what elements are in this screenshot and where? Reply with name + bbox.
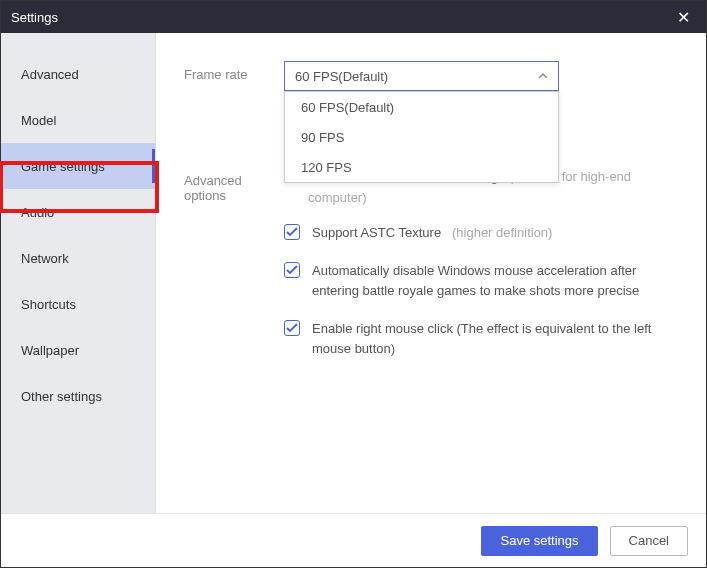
sidebar-item-audio[interactable]: Audio: [1, 189, 155, 235]
check-mouse-accel-text: Automatically disable Windows mouse acce…: [312, 261, 678, 301]
sidebar-item-label: Model: [21, 113, 56, 128]
chevron-up-icon: [538, 73, 548, 79]
dropdown-option-120fps[interactable]: 120 FPS: [285, 152, 558, 182]
frame-rate-selected: 60 FPS(Default): [295, 69, 388, 84]
close-icon[interactable]: ✕: [671, 8, 696, 27]
frame-rate-row: Frame rate 60 FPS(Default) 60 FPS(Defaul…: [184, 61, 678, 91]
sidebar: Advanced Model Game settings Audio Netwo…: [1, 33, 156, 513]
check-astc: Support ASTC Texture (higher definition): [284, 223, 678, 243]
sidebar-item-game-settings[interactable]: Game settings: [1, 143, 155, 189]
checkbox-right-click[interactable]: [284, 320, 300, 336]
sidebar-item-label: Shortcuts: [21, 297, 76, 312]
footer: Save settings Cancel: [1, 513, 706, 567]
dropdown-option-90fps[interactable]: 90 FPS: [285, 122, 558, 152]
sidebar-item-model[interactable]: Model: [1, 97, 155, 143]
check-mouse-accel: Automatically disable Windows mouse acce…: [284, 261, 678, 301]
frame-rate-dropdown[interactable]: 60 FPS(Default): [284, 61, 559, 91]
sidebar-item-label: Other settings: [21, 389, 102, 404]
content-panel: Frame rate 60 FPS(Default) 60 FPS(Defaul…: [156, 33, 706, 513]
sidebar-item-label: Game settings: [21, 159, 105, 174]
checkbox-astc[interactable]: [284, 224, 300, 240]
save-button[interactable]: Save settings: [481, 526, 597, 556]
frame-rate-label: Frame rate: [184, 61, 284, 82]
advanced-options-label: Advanced options: [184, 167, 284, 203]
sidebar-item-label: Advanced: [21, 67, 79, 82]
sidebar-item-shortcuts[interactable]: Shortcuts: [1, 281, 155, 327]
sidebar-item-network[interactable]: Network: [1, 235, 155, 281]
settings-window: Settings ✕ Advanced Model Game settings …: [0, 0, 707, 568]
check-right-click-text: Enable right mouse click (The effect is …: [312, 319, 678, 359]
dropdown-option-60fps[interactable]: 60 FPS(Default): [285, 92, 558, 122]
sidebar-item-wallpaper[interactable]: Wallpaper: [1, 327, 155, 373]
body-area: Advanced Model Game settings Audio Netwo…: [1, 33, 706, 513]
advanced-options-row: Advanced options Enable high frame rate …: [184, 167, 678, 377]
check-astc-text: Support ASTC Texture (higher definition): [312, 223, 678, 243]
checkbox-mouse-accel[interactable]: [284, 262, 300, 278]
frame-rate-dropdown-menu: 60 FPS(Default) 90 FPS 120 FPS: [284, 91, 559, 183]
sidebar-item-label: Network: [21, 251, 69, 266]
sidebar-item-label: Audio: [21, 205, 54, 220]
check-right-click: Enable right mouse click (The effect is …: [284, 319, 678, 359]
cancel-button[interactable]: Cancel: [610, 526, 688, 556]
sidebar-item-other-settings[interactable]: Other settings: [1, 373, 155, 419]
titlebar: Settings ✕: [1, 1, 706, 33]
sidebar-item-advanced[interactable]: Advanced: [1, 51, 155, 97]
window-title: Settings: [11, 10, 58, 25]
sidebar-item-label: Wallpaper: [21, 343, 79, 358]
